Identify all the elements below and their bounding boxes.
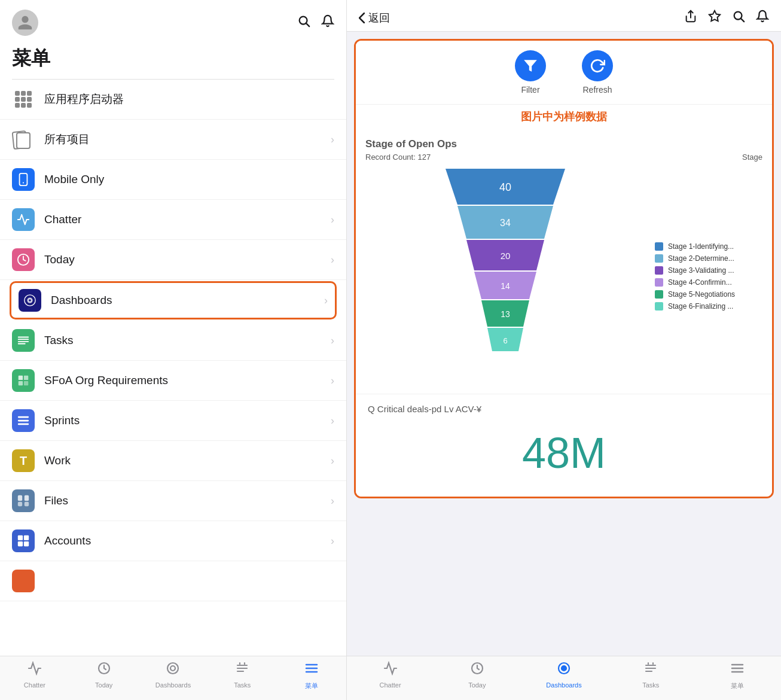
all-items-label: 所有项目 <box>44 132 321 147</box>
menu-item-accounts[interactable]: Accounts › <box>0 521 346 561</box>
legend-label-2: Stage 2-Determine... <box>668 254 734 263</box>
share-button[interactable] <box>684 10 697 26</box>
bell-button[interactable] <box>321 14 334 31</box>
filter-icon-circle <box>515 50 546 81</box>
files-label: Files <box>44 494 321 507</box>
svg-rect-31 <box>25 495 29 501</box>
menu-item-mobile-only[interactable]: Mobile Only <box>0 160 346 200</box>
tab-menu-left[interactable]: 菜单 <box>277 661 346 690</box>
tasks-tab-icon-right <box>643 661 658 679</box>
star-button[interactable] <box>708 10 721 26</box>
menu-item-dashboards[interactable]: Dashboards › <box>10 281 337 319</box>
tab-chatter-left[interactable]: Chatter <box>0 661 69 690</box>
legend-item-1: Stage 1-Identifying... <box>655 242 762 251</box>
menu-item-files[interactable]: Files › <box>0 481 346 521</box>
tab-today-label-right: Today <box>468 681 486 689</box>
tab-tasks-right[interactable]: Tasks <box>608 661 694 690</box>
tab-chatter-right[interactable]: Chatter <box>347 661 434 690</box>
tab-dashboards-right[interactable]: Dashboards <box>520 661 607 690</box>
files-chevron: › <box>331 495 334 507</box>
svg-rect-10 <box>27 103 32 108</box>
accounts-chevron: › <box>331 535 334 547</box>
filter-button[interactable]: Filter <box>515 50 546 95</box>
dashboards-tab-icon-right <box>557 661 571 679</box>
svg-rect-13 <box>20 174 28 185</box>
metric-section: Q Critical deals-pd Lv ACV-¥ 48M <box>356 394 772 497</box>
svg-point-18 <box>29 299 31 302</box>
search-button[interactable] <box>297 14 310 31</box>
svg-text:40: 40 <box>499 181 511 193</box>
svg-text:6: 6 <box>503 336 507 345</box>
dashboards-label: Dashboards <box>51 294 315 307</box>
svg-line-52 <box>741 19 744 22</box>
search-button-right[interactable] <box>732 10 745 26</box>
svg-rect-28 <box>18 420 29 422</box>
filter-label: Filter <box>521 85 539 95</box>
refresh-button[interactable]: Refresh <box>582 50 613 95</box>
work-icon: T <box>12 449 35 472</box>
legend-item-4: Stage 4-Confirmin... <box>655 278 762 287</box>
legend-item-5: Stage 5-Negotiations <box>655 290 762 299</box>
sfoa-chevron: › <box>331 375 334 387</box>
svg-text:20: 20 <box>501 251 511 261</box>
chatter-icon <box>12 208 35 231</box>
tab-today-right[interactable]: Today <box>434 661 520 690</box>
chart-subtitle: Record Count: 127 Stage <box>365 153 762 162</box>
tasks-label: Tasks <box>44 334 321 347</box>
svg-rect-6 <box>21 97 26 102</box>
tab-menu-right[interactable]: 菜单 <box>694 661 781 690</box>
menu-item-all-items[interactable]: 所有项目 › <box>0 120 346 160</box>
left-tab-bar: Chatter Today Dashboards <box>0 656 346 700</box>
menu-item-extra[interactable] <box>0 561 346 601</box>
tab-chatter-label-left: Chatter <box>24 681 45 689</box>
tab-dashboards-left[interactable]: Dashboards <box>139 661 208 690</box>
chatter-label: Chatter <box>44 213 321 226</box>
chatter-tab-icon <box>28 661 42 679</box>
funnel-chart: 40 34 20 14 13 <box>365 169 645 384</box>
tasks-chevron: › <box>331 334 334 347</box>
menu-item-tasks[interactable]: Tasks › <box>0 321 346 361</box>
left-header <box>0 0 346 41</box>
mobile-only-icon <box>12 168 35 191</box>
menu-item-chatter[interactable]: Chatter › <box>0 200 346 240</box>
tab-tasks-left[interactable]: Tasks <box>208 661 277 690</box>
svg-rect-12 <box>17 133 30 148</box>
tab-today-left[interactable]: Today <box>69 661 139 690</box>
svg-rect-27 <box>18 416 29 418</box>
svg-rect-25 <box>19 381 23 385</box>
legend-label-1: Stage 1-Identifying... <box>668 242 734 251</box>
right-panel: 返回 <box>347 0 781 700</box>
menu-tab-icon <box>304 661 319 679</box>
bell-button-right[interactable] <box>756 10 769 26</box>
work-label: Work <box>44 454 321 467</box>
svg-text:34: 34 <box>500 218 511 228</box>
right-header-icons <box>684 10 769 26</box>
right-tab-bar: Chatter Today Dashboards <box>347 656 781 700</box>
avatar[interactable] <box>12 10 38 36</box>
back-button[interactable]: 返回 <box>359 11 390 25</box>
legend-color-1 <box>655 242 663 251</box>
accounts-label: Accounts <box>44 534 321 547</box>
back-label: 返回 <box>368 11 390 25</box>
files-icon <box>12 489 35 512</box>
menu-item-work[interactable]: T Work › <box>0 441 346 481</box>
sfoa-icon <box>12 369 35 392</box>
menu-item-app-launcher[interactable]: 应用程序启动器 <box>0 80 346 120</box>
tab-tasks-label-left: Tasks <box>234 681 251 689</box>
menu-section: 应用程序启动器 所有项目 › Mobile Only <box>0 80 346 656</box>
today-tab-icon <box>97 661 111 679</box>
svg-rect-36 <box>18 541 23 546</box>
tasks-icon <box>12 329 35 352</box>
svg-line-1 <box>306 23 309 26</box>
svg-rect-4 <box>27 91 32 96</box>
menu-item-sprints[interactable]: Sprints › <box>0 401 346 441</box>
tab-today-label-left: Today <box>95 681 112 689</box>
dashboards-icon <box>19 289 41 312</box>
menu-item-today[interactable]: Today › <box>0 240 346 280</box>
chart-title: Stage of Open Ops <box>365 138 762 150</box>
chart-container: 40 34 20 14 13 <box>365 169 762 384</box>
svg-rect-24 <box>24 376 28 380</box>
menu-item-sfoa[interactable]: SFoA Org Requirements › <box>0 361 346 401</box>
svg-rect-8 <box>15 103 20 108</box>
sprints-chevron: › <box>331 415 334 427</box>
